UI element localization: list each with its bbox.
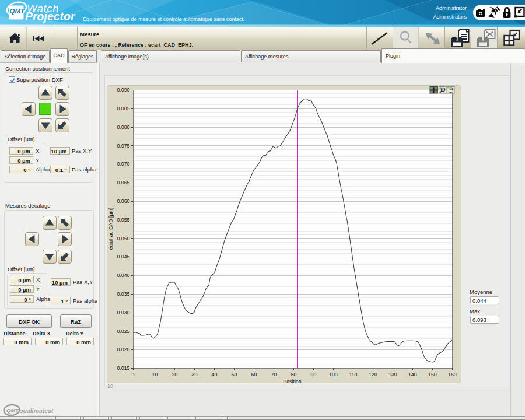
- svg-text:QMT: QMT: [6, 407, 19, 414]
- svg-text:0.035: 0.035: [117, 291, 130, 297]
- svg-text:0.075: 0.075: [117, 143, 130, 149]
- svg-text:40: 40: [212, 372, 218, 377]
- svg-text:0.025: 0.025: [117, 328, 130, 334]
- svg-text:0.085: 0.085: [117, 106, 130, 111]
- svg-text:0.030: 0.030: [117, 310, 130, 316]
- svg-text:10: 10: [152, 372, 158, 377]
- svg-text:50: 50: [232, 372, 237, 377]
- svg-text:0.015: 0.015: [117, 365, 130, 371]
- svg-text:Administrator: Administrator: [436, 5, 467, 11]
- svg-text:qualimatest: qualimatest: [19, 407, 54, 414]
- svg-text:écart au CAD [µm]: écart au CAD [µm]: [108, 208, 114, 250]
- svg-text:0.065: 0.065: [117, 180, 130, 186]
- svg-text:0.055: 0.055: [117, 217, 130, 223]
- svg-text:60: 60: [251, 372, 257, 377]
- svg-text:-1: -1: [131, 372, 135, 377]
- svg-text:0.050: 0.050: [117, 236, 130, 242]
- svg-text:Equipement optique de mesure e: Equipement optique de mesure et contrôle…: [83, 16, 244, 22]
- svg-text:Projector: Projector: [25, 10, 76, 23]
- svg-text:100: 100: [329, 372, 338, 377]
- svg-text:130: 130: [388, 372, 397, 377]
- svg-text:80: 80: [291, 372, 297, 377]
- svg-text:0.020: 0.020: [117, 346, 130, 352]
- svg-text:0.060: 0.060: [117, 198, 130, 204]
- svg-text:150: 150: [428, 372, 437, 377]
- svg-text:Position: Position: [283, 379, 301, 384]
- svg-text:0.070: 0.070: [117, 161, 130, 167]
- svg-text:0.090: 0.090: [117, 87, 130, 93]
- svg-text:90: 90: [311, 372, 317, 377]
- svg-text:30: 30: [192, 372, 198, 377]
- svg-text:120: 120: [369, 372, 377, 377]
- svg-text:Administrators: Administrators: [433, 14, 467, 20]
- svg-text:QMT: QMT: [10, 8, 26, 15]
- svg-text:20: 20: [172, 372, 178, 377]
- svg-text:70: 70: [271, 372, 277, 377]
- svg-text:110: 110: [349, 372, 357, 377]
- svg-text:140: 140: [408, 372, 417, 377]
- svg-text:0.045: 0.045: [117, 254, 130, 260]
- svg-text:0.080: 0.080: [117, 124, 130, 130]
- svg-text:0.040: 0.040: [117, 272, 130, 278]
- svg-text:160: 160: [448, 372, 457, 377]
